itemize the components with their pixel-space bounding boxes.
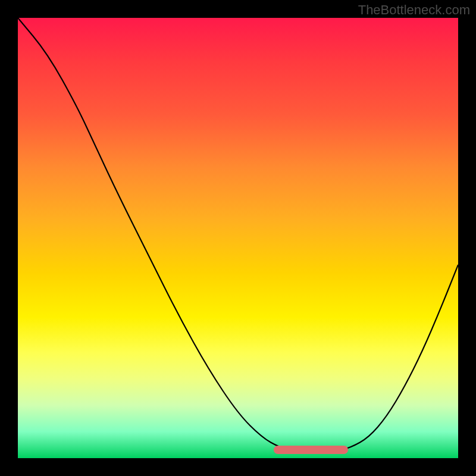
chart-curve-svg (18, 18, 458, 458)
chart-plot-area (18, 18, 458, 458)
chart-highlight-marker (274, 446, 348, 454)
chart-curve-line (18, 18, 458, 453)
watermark-text: TheBottleneck.com (358, 2, 470, 18)
